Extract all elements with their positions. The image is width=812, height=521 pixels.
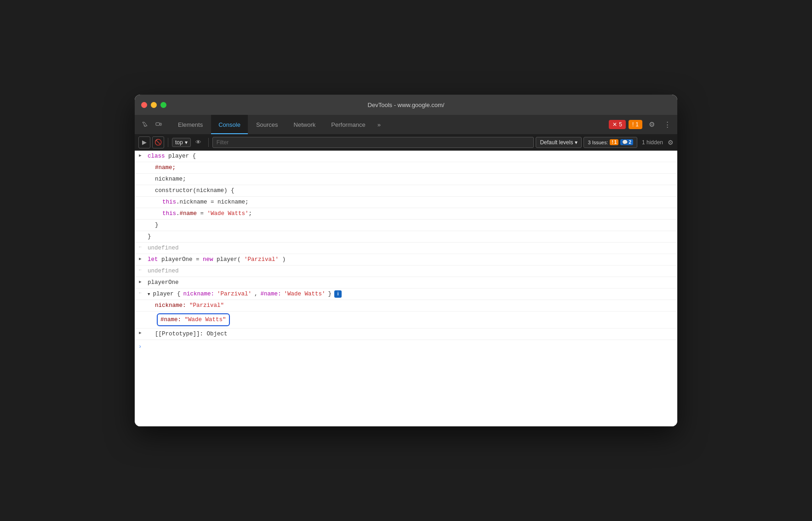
console-line-constructor: constructor(nickname) {	[135, 185, 677, 197]
tab-bar: Elements Console Sources Network Perform…	[135, 115, 677, 134]
tab-elements[interactable]: Elements	[171, 115, 210, 134]
expand-arrow-class[interactable]	[135, 151, 146, 159]
empty-arrow-1	[135, 163, 146, 164]
empty-arrow-6	[135, 220, 146, 221]
console-line-prototype: [[Prototype]]: Object	[135, 328, 677, 340]
chevron-down-icon: ▾	[185, 139, 188, 146]
player-obj-summary: player { nickname: 'Parzival' , #name: '…	[148, 289, 675, 299]
empty-arrow-7	[135, 232, 146, 232]
levels-label: Default levels	[540, 139, 573, 146]
output-arrow-1: ←	[135, 243, 146, 250]
warning-badge[interactable]: ! 1	[629, 120, 642, 129]
empty-arrow-3	[135, 186, 146, 187]
undefined-1-content: undefined	[146, 243, 677, 253]
close-class-content: }	[146, 232, 677, 242]
warning-icon: !	[632, 121, 634, 128]
hidden-label: 1 hidden	[642, 139, 663, 146]
toolbar-divider	[168, 138, 168, 147]
svg-rect-0	[156, 123, 160, 125]
traffic-lights	[141, 102, 166, 108]
issues-warning-count: 1	[614, 140, 617, 145]
info-badge[interactable]: i	[334, 290, 342, 298]
playerone-input-content: playerOne	[146, 277, 677, 288]
tab-sources[interactable]: Sources	[249, 115, 286, 134]
maximize-button[interactable]	[160, 102, 166, 108]
class-input-content: class player {	[146, 151, 677, 161]
console-line-undefined-1: ← undefined	[135, 243, 677, 254]
name-field-content: #name;	[146, 163, 677, 173]
console-line-undefined-2: ← undefined	[135, 266, 677, 277]
empty-arrow-2	[135, 174, 146, 175]
error-badge[interactable]: ✕ 5	[609, 120, 626, 129]
console-toolbar: ▶ 🚫 top ▾ 👁 Default levels ▾ 3 Issues: !…	[135, 134, 677, 151]
console-line-name-prop: #name: "Wade Watts"	[135, 311, 677, 328]
console-content: class player { #name; nickname; construc…	[135, 151, 677, 426]
context-selector[interactable]: top ▾	[172, 138, 191, 147]
issues-label: 3 Issues:	[588, 140, 608, 145]
clear-console-icon[interactable]: 🚫	[152, 136, 164, 148]
tab-bar-right: ✕ 5 ! 1 ⚙ ⋮	[609, 118, 674, 131]
issues-info-badge: 💬 2	[620, 139, 633, 145]
empty-arrow-nick	[135, 300, 146, 301]
player-obj-content: player { nickname: 'Parzival' , #name: '…	[146, 289, 677, 299]
console-line-player-obj: ← player { nickname: 'Parzival' , #name:…	[135, 289, 677, 300]
console-line-nickname-field: nickname;	[135, 174, 677, 185]
console-prompt: ›	[135, 340, 677, 354]
inspect-icon[interactable]	[138, 118, 151, 131]
keyword-class: class	[148, 153, 165, 159]
let-player-content: let playerOne = new player( 'Parzival' )	[146, 255, 677, 265]
hidden-count[interactable]: 1 hidden	[639, 138, 666, 147]
tab-console[interactable]: Console	[211, 115, 248, 134]
more-tabs-button[interactable]: »	[374, 121, 384, 128]
error-icon: ✕	[612, 121, 617, 128]
live-expression-icon[interactable]: 👁	[193, 136, 205, 148]
undefined-2-content: undefined	[146, 266, 677, 276]
chat-icon: 💬	[622, 140, 628, 145]
expand-arrow-playerone[interactable]	[135, 277, 146, 286]
minimize-button[interactable]	[151, 102, 157, 108]
levels-dropdown[interactable]: Default levels ▾	[536, 137, 582, 148]
tab-network[interactable]: Network	[286, 115, 323, 134]
nickname-field-content: nickname;	[146, 174, 677, 184]
collapse-arrow[interactable]	[148, 289, 150, 299]
name-prop-content: #name: "Wade Watts"	[146, 312, 677, 328]
output-arrow-3: ←	[135, 289, 146, 296]
settings-icon[interactable]: ⚙	[645, 118, 658, 131]
title-bar: DevTools - www.google.com/	[135, 95, 677, 115]
tab-performance[interactable]: Performance	[324, 115, 372, 134]
output-arrow-2: ←	[135, 266, 146, 273]
prompt-arrow-icon: ›	[138, 343, 142, 351]
expand-arrow-let[interactable]	[135, 255, 146, 263]
error-count: 5	[619, 121, 622, 128]
prototype-content: [[Prototype]]: Object	[146, 329, 677, 339]
console-line-this-nickname: this.nickname = nickname;	[135, 197, 677, 208]
context-label: top	[175, 139, 183, 146]
device-toggle-icon[interactable]	[152, 118, 165, 131]
console-settings-icon[interactable]: ⚙	[668, 139, 674, 146]
execute-icon[interactable]: ▶	[138, 136, 150, 148]
constructor-content: constructor(nickname) {	[146, 186, 677, 196]
console-line-let-player: let playerOne = new player( 'Parzival' )	[135, 254, 677, 266]
levels-chevron-icon: ▾	[575, 139, 578, 146]
empty-arrow-proto	[135, 329, 146, 336]
console-line-close-class: }	[135, 231, 677, 243]
svg-rect-1	[160, 123, 161, 125]
console-line-name-field: #name;	[135, 162, 677, 174]
warning-icon-small: !	[612, 140, 613, 145]
console-line-this-name: this.#name = 'Wade Watts';	[135, 208, 677, 220]
window-title: DevTools - www.google.com/	[368, 102, 445, 108]
warning-count: 1	[635, 121, 639, 128]
this-name-content: this.#name = 'Wade Watts';	[146, 209, 677, 219]
highlighted-name-prop: #name: "Wade Watts"	[157, 313, 230, 326]
issues-button[interactable]: 3 Issues: ! 1 💬 2	[583, 137, 637, 148]
close-button[interactable]	[141, 102, 147, 108]
filter-input[interactable]	[212, 137, 534, 148]
close-constructor-content: }	[146, 220, 677, 230]
console-line-close-constructor: }	[135, 220, 677, 231]
empty-arrow-name	[135, 312, 146, 313]
this-nickname-content: this.nickname = nickname;	[146, 197, 677, 207]
console-line-playerone-input: playerOne	[135, 277, 677, 289]
more-options-icon[interactable]: ⋮	[661, 118, 674, 131]
console-line-nickname-prop: nickname: "Parzival"	[135, 300, 677, 311]
devtools-window: DevTools - www.google.com/ Elements Cons…	[135, 95, 677, 426]
